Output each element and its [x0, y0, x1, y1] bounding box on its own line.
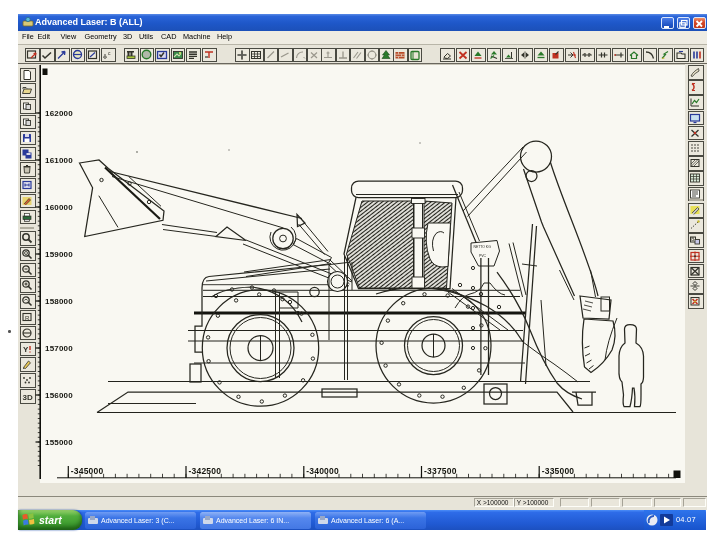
svg-text:-342500: -342500 — [189, 466, 222, 476]
svg-text:PVC: PVC — [479, 254, 487, 258]
svg-text:157000: 157000 — [45, 344, 73, 353]
svg-text:161000: 161000 — [45, 156, 73, 165]
svg-text:159000: 159000 — [45, 250, 73, 259]
svg-text:-340000: -340000 — [306, 466, 339, 476]
svg-text:-335000: -335000 — [542, 466, 575, 476]
svg-text:158000: 158000 — [45, 297, 73, 306]
svg-text:-337500: -337500 — [424, 466, 457, 476]
svg-text:NETTO KG: NETTO KG — [474, 245, 492, 249]
svg-text:162000: 162000 — [45, 109, 73, 118]
svg-text:-345000: -345000 — [71, 466, 104, 476]
svg-text:160000: 160000 — [45, 203, 73, 212]
svg-text:156000: 156000 — [45, 391, 73, 400]
svg-text:155000: 155000 — [45, 438, 73, 447]
